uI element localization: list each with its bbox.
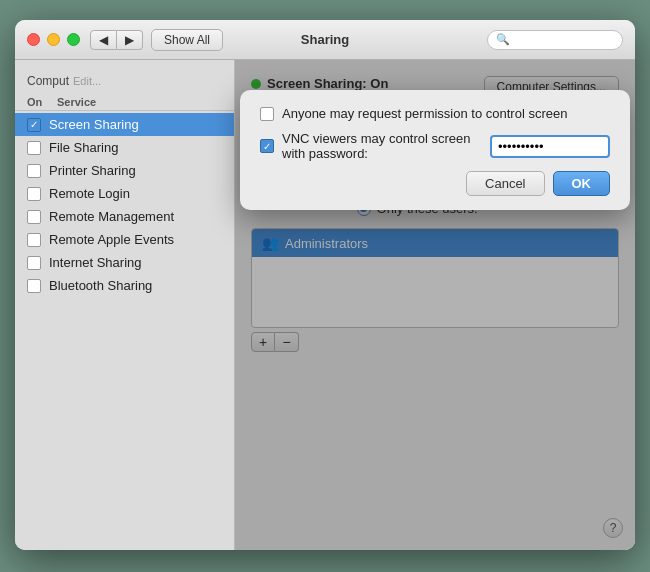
screen-sharing-checkbox[interactable]	[27, 118, 41, 132]
sidebar-item-remote-login[interactable]: Remote Login	[15, 182, 234, 205]
sidebar-item-screen-sharing[interactable]: Screen Sharing	[15, 113, 234, 136]
sidebar: Comput Edit... On Service Screen Sharing…	[15, 60, 235, 550]
sidebar-item-bluetooth-sharing[interactable]: Bluetooth Sharing	[15, 274, 234, 297]
show-all-button[interactable]: Show All	[151, 29, 223, 51]
printer-sharing-label: Printer Sharing	[49, 163, 136, 178]
search-box: 🔍	[487, 30, 623, 50]
window-title: Sharing	[301, 32, 349, 47]
close-button[interactable]	[27, 33, 40, 46]
edit-button[interactable]: Edit...	[73, 75, 101, 87]
search-input[interactable]	[514, 33, 614, 47]
sidebar-item-remote-apple-events[interactable]: Remote Apple Events	[15, 228, 234, 251]
computer-label: Comput	[27, 74, 69, 88]
sidebar-item-internet-sharing[interactable]: Internet Sharing	[15, 251, 234, 274]
sidebar-item-remote-management[interactable]: Remote Management	[15, 205, 234, 228]
titlebar: ◀ ▶ Show All Sharing 🔍	[15, 20, 635, 60]
bluetooth-sharing-label: Bluetooth Sharing	[49, 278, 152, 293]
sidebar-item-file-sharing[interactable]: File Sharing	[15, 136, 234, 159]
nav-buttons: ◀ ▶	[90, 30, 143, 50]
forward-button[interactable]: ▶	[117, 30, 143, 50]
remote-apple-events-checkbox[interactable]	[27, 233, 41, 247]
modal-buttons: Cancel OK	[260, 171, 610, 196]
file-sharing-checkbox[interactable]	[27, 141, 41, 155]
cancel-button[interactable]: Cancel	[466, 171, 544, 196]
modal-row-2: VNC viewers may control screen with pass…	[260, 131, 610, 161]
screen-sharing-label: Screen Sharing	[49, 117, 139, 132]
anyone-control-checkbox[interactable]	[260, 107, 274, 121]
bluetooth-sharing-checkbox[interactable]	[27, 279, 41, 293]
file-sharing-label: File Sharing	[49, 140, 118, 155]
vnc-password-input[interactable]	[490, 135, 610, 158]
service-column-header: Service	[57, 96, 96, 108]
traffic-lights	[27, 33, 80, 46]
anyone-control-label: Anyone may request permission to control…	[282, 106, 567, 121]
search-icon: 🔍	[496, 33, 510, 46]
internet-sharing-label: Internet Sharing	[49, 255, 142, 270]
service-list-header: On Service	[15, 94, 234, 111]
remote-login-checkbox[interactable]	[27, 187, 41, 201]
vnc-password-checkbox[interactable]	[260, 139, 274, 153]
modal-row-1: Anyone may request permission to control…	[260, 106, 610, 121]
service-list: Screen SharingFile SharingPrinter Sharin…	[15, 113, 234, 297]
back-button[interactable]: ◀	[90, 30, 117, 50]
modal-dialog: Anyone may request permission to control…	[240, 90, 630, 210]
sidebar-item-printer-sharing[interactable]: Printer Sharing	[15, 159, 234, 182]
main-window: ◀ ▶ Show All Sharing 🔍 Comput Edit... On…	[15, 20, 635, 550]
remote-apple-events-label: Remote Apple Events	[49, 232, 174, 247]
content-area: Comput Edit... On Service Screen Sharing…	[15, 60, 635, 550]
minimize-button[interactable]	[47, 33, 60, 46]
on-column-header: On	[27, 96, 57, 108]
internet-sharing-checkbox[interactable]	[27, 256, 41, 270]
vnc-password-label: VNC viewers may control screen with pass…	[282, 131, 482, 161]
computer-name-row: Comput Edit...	[15, 68, 234, 94]
maximize-button[interactable]	[67, 33, 80, 46]
modal-overlay: Anyone may request permission to control…	[235, 60, 635, 550]
printer-sharing-checkbox[interactable]	[27, 164, 41, 178]
main-panel: Computer Settings... Screen Sharing: On …	[235, 60, 635, 550]
remote-management-checkbox[interactable]	[27, 210, 41, 224]
ok-button[interactable]: OK	[553, 171, 611, 196]
remote-management-label: Remote Management	[49, 209, 174, 224]
remote-login-label: Remote Login	[49, 186, 130, 201]
